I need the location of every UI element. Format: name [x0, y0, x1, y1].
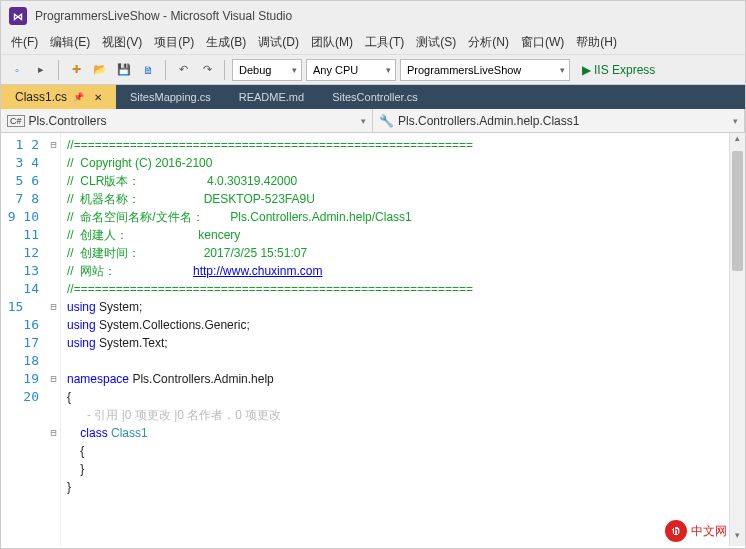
separator	[58, 60, 59, 80]
run-button[interactable]: ▶IIS Express	[574, 63, 663, 77]
tab-sitesmapping[interactable]: SitesMapping.cs	[116, 85, 225, 109]
vertical-scrollbar[interactable]: ▴ ▾	[729, 133, 745, 546]
csharp-icon: C#	[7, 115, 25, 127]
save-all-icon[interactable]: 🗎	[138, 60, 158, 80]
menu-edit[interactable]: 编辑(E)	[44, 34, 96, 51]
menu-bar: 件(F) 编辑(E) 视图(V) 项目(P) 生成(B) 调试(D) 团队(M)…	[1, 31, 745, 55]
document-tabs: Class1.cs📌✕ SitesMapping.cs README.md Si…	[1, 85, 745, 109]
separator	[224, 60, 225, 80]
tab-label: Class1.cs	[15, 90, 67, 104]
close-icon[interactable]: ✕	[94, 92, 102, 103]
code-editor[interactable]: 1 2 3 4 5 6 7 8 9 10 11 12 13 14 15 16 1…	[1, 133, 745, 546]
nav-back-icon[interactable]: ◦	[7, 60, 27, 80]
pin-icon[interactable]: 📌	[73, 92, 84, 102]
config-dropdown[interactable]: Debug	[232, 59, 302, 81]
scroll-down-icon[interactable]: ▾	[730, 530, 745, 546]
menu-project[interactable]: 项目(P)	[148, 34, 200, 51]
menu-file[interactable]: 件(F)	[5, 34, 44, 51]
tab-sitescontroller[interactable]: SitesController.cs	[318, 85, 432, 109]
tab-readme[interactable]: README.md	[225, 85, 318, 109]
open-file-icon[interactable]: 📂	[90, 60, 110, 80]
menu-help[interactable]: 帮助(H)	[570, 34, 623, 51]
scroll-up-icon[interactable]: ▴	[730, 133, 745, 149]
code-nav-bar: C# Pls.Controllers ▾ 🔧 Pls.Controllers.A…	[1, 109, 745, 133]
menu-test[interactable]: 测试(S)	[410, 34, 462, 51]
wrench-icon: 🔧	[379, 114, 394, 128]
fold-gutter[interactable]: ⊟ ⊟ ⊟ ⊟	[47, 133, 61, 546]
undo-icon[interactable]: ↶	[173, 60, 193, 80]
menu-analyze[interactable]: 分析(N)	[462, 34, 515, 51]
menu-debug[interactable]: 调试(D)	[252, 34, 305, 51]
window-title: ProgrammersLiveShow - Microsoft Visual S…	[35, 9, 292, 23]
play-icon: ▶	[582, 63, 591, 77]
run-label: IIS Express	[594, 63, 655, 77]
php-logo-icon: php	[665, 520, 687, 542]
platform-dropdown[interactable]: Any CPU	[306, 59, 396, 81]
watermark-text: 中文网	[691, 523, 727, 540]
chevron-down-icon: ▾	[361, 116, 366, 126]
menu-view[interactable]: 视图(V)	[96, 34, 148, 51]
nav-scope-right[interactable]: 🔧 Pls.Controllers.Admin.help.Class1 ▾	[373, 109, 745, 132]
nav-scope-label: Pls.Controllers.Admin.help.Class1	[398, 114, 579, 128]
vs-logo-icon: ⋈	[9, 7, 27, 25]
line-number-gutter: 1 2 3 4 5 6 7 8 9 10 11 12 13 14 15 16 1…	[1, 133, 47, 546]
new-file-icon[interactable]: ✚	[66, 60, 86, 80]
tab-class1[interactable]: Class1.cs📌✕	[1, 85, 116, 109]
nav-scope-label: Pls.Controllers	[29, 114, 107, 128]
menu-team[interactable]: 团队(M)	[305, 34, 359, 51]
separator	[165, 60, 166, 80]
chevron-down-icon: ▾	[733, 116, 738, 126]
title-bar: ⋈ ProgrammersLiveShow - Microsoft Visual…	[1, 1, 745, 31]
save-icon[interactable]: 💾	[114, 60, 134, 80]
watermark: php 中文网	[665, 520, 727, 542]
toolbar: ◦ ▸ ✚ 📂 💾 🗎 ↶ ↷ Debug Any CPU Programmer…	[1, 55, 745, 85]
scrollbar-thumb[interactable]	[732, 151, 743, 271]
menu-build[interactable]: 生成(B)	[200, 34, 252, 51]
menu-window[interactable]: 窗口(W)	[515, 34, 570, 51]
redo-icon[interactable]: ↷	[197, 60, 217, 80]
nav-fwd-icon[interactable]: ▸	[31, 60, 51, 80]
nav-scope-left[interactable]: C# Pls.Controllers ▾	[1, 109, 373, 132]
code-area[interactable]: //======================================…	[61, 133, 745, 546]
menu-tools[interactable]: 工具(T)	[359, 34, 410, 51]
startup-dropdown[interactable]: ProgrammersLiveShow	[400, 59, 570, 81]
